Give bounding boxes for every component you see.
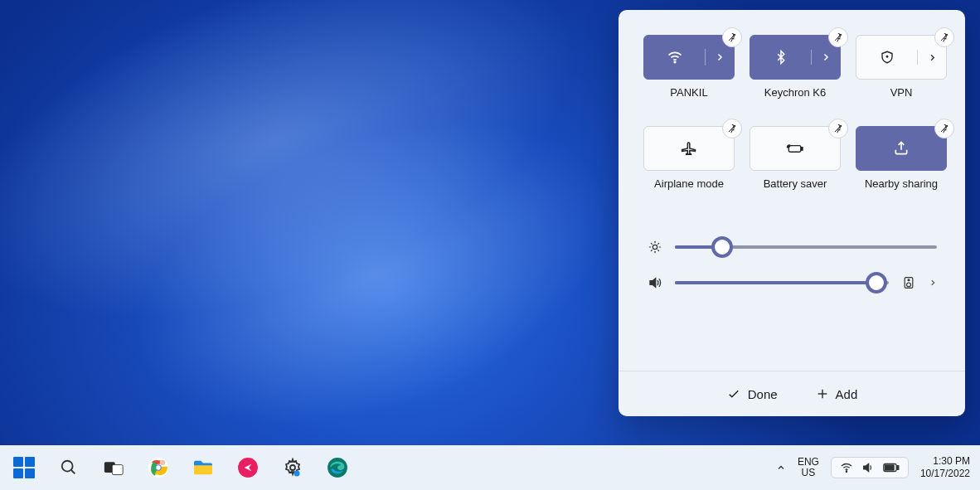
vpn-label: VPN — [890, 86, 913, 101]
edge-icon — [327, 457, 348, 478]
svg-point-24 — [62, 461, 73, 472]
svg-point-33 — [290, 465, 295, 470]
task-view-button[interactable] — [99, 454, 128, 482]
chrome-app-icon[interactable] — [144, 454, 172, 482]
wifi-tile[interactable] — [643, 35, 735, 80]
sliders-section — [619, 199, 965, 320]
tray-expand-icon[interactable] — [776, 463, 786, 473]
audio-output-icon[interactable] — [900, 276, 917, 289]
svg-line-25 — [71, 470, 75, 474]
language-indicator[interactable]: ENG US — [798, 457, 819, 478]
volume-icon — [647, 275, 663, 290]
svg-point-20 — [907, 283, 911, 287]
nearby-sharing-label: Nearby sharing — [865, 177, 938, 192]
wifi-expand-icon[interactable] — [706, 52, 734, 62]
windows-logo-icon — [13, 457, 35, 478]
volume-row — [647, 275, 937, 290]
clock[interactable]: 1:30 PM 10/17/2022 — [920, 455, 970, 480]
svg-point-0 — [674, 61, 676, 63]
svg-line-17 — [651, 250, 652, 251]
vpn-expand-icon[interactable] — [918, 53, 946, 62]
airplane-mode-tile[interactable] — [643, 126, 735, 171]
brightness-row — [647, 240, 937, 254]
search-icon — [60, 458, 78, 477]
chrome-icon — [148, 457, 169, 478]
checkmark-icon — [726, 386, 741, 401]
airplane-label: Airplane mode — [654, 177, 724, 192]
battery-saver-tile[interactable] — [750, 126, 841, 171]
svg-line-15 — [651, 243, 652, 244]
folder-icon — [192, 458, 214, 477]
edge-app-icon[interactable] — [323, 454, 352, 482]
vpn-tile[interactable] — [856, 35, 947, 80]
unpin-icon[interactable] — [828, 27, 848, 47]
pink-app-icon — [237, 457, 259, 478]
quick-settings-footer: Done Add — [619, 371, 965, 416]
add-label: Add — [836, 387, 858, 401]
language-region: US — [798, 468, 819, 478]
nearby-sharing-tile[interactable] — [856, 126, 947, 171]
wifi-label: PANKIL — [670, 86, 707, 101]
bluetooth-icon — [750, 50, 812, 65]
done-button[interactable]: Done — [726, 386, 778, 401]
settings-app-icon[interactable] — [279, 454, 307, 482]
volume-slider[interactable] — [675, 281, 889, 284]
unpin-icon[interactable] — [722, 119, 742, 138]
tray-wifi-icon — [840, 461, 853, 474]
svg-rect-7 — [801, 148, 803, 150]
airplane-icon — [644, 140, 734, 157]
quick-settings-panel: PANKIL Keychron K6 — [619, 10, 965, 416]
gear-icon — [283, 458, 303, 478]
unpin-icon[interactable] — [828, 119, 848, 138]
brightness-slider[interactable] — [675, 245, 937, 249]
svg-line-18 — [658, 243, 659, 244]
unpin-icon[interactable] — [934, 27, 954, 47]
desktop-wallpaper: PANKIL Keychron K6 — [0, 0, 980, 490]
audio-output-expand-icon[interactable] — [929, 279, 937, 287]
date-text: 10/17/2022 — [920, 468, 970, 480]
svg-rect-39 — [885, 465, 894, 470]
pinned-app-icon[interactable] — [234, 454, 262, 482]
bluetooth-tile[interactable] — [750, 35, 841, 80]
wifi-icon — [644, 49, 706, 65]
svg-point-3 — [886, 56, 888, 58]
start-button[interactable] — [10, 454, 38, 482]
svg-point-31 — [160, 460, 166, 466]
share-icon — [856, 140, 946, 157]
unpin-icon[interactable] — [722, 27, 742, 47]
task-view-icon — [104, 459, 124, 476]
done-label: Done — [748, 387, 778, 401]
tray-volume-icon — [861, 461, 875, 474]
bluetooth-expand-icon[interactable] — [812, 52, 840, 62]
svg-point-30 — [156, 465, 160, 469]
svg-point-36 — [846, 471, 847, 472]
shield-icon — [856, 50, 918, 65]
search-button[interactable] — [55, 454, 83, 482]
svg-rect-6 — [788, 146, 801, 153]
brightness-icon — [647, 240, 663, 254]
taskbar: ENG US 1:30 PM 10/17/2022 — [0, 445, 980, 490]
plus-icon — [816, 387, 829, 400]
svg-line-16 — [658, 250, 659, 251]
bluetooth-label: Keychron K6 — [764, 86, 826, 101]
svg-rect-27 — [112, 465, 123, 475]
svg-point-10 — [653, 245, 657, 249]
file-explorer-icon[interactable] — [189, 454, 217, 482]
battery-saver-label: Battery saver — [764, 177, 827, 192]
svg-rect-38 — [897, 466, 899, 470]
battery-saver-icon — [750, 140, 840, 157]
tray-battery-icon — [883, 462, 900, 473]
svg-point-34 — [294, 471, 300, 477]
svg-point-21 — [908, 279, 910, 281]
system-tray[interactable] — [831, 457, 909, 478]
quick-settings-tiles: PANKIL Keychron K6 — [619, 10, 965, 199]
add-button[interactable]: Add — [816, 387, 858, 401]
time-text: 1:30 PM — [920, 455, 970, 468]
unpin-icon[interactable] — [934, 119, 954, 138]
